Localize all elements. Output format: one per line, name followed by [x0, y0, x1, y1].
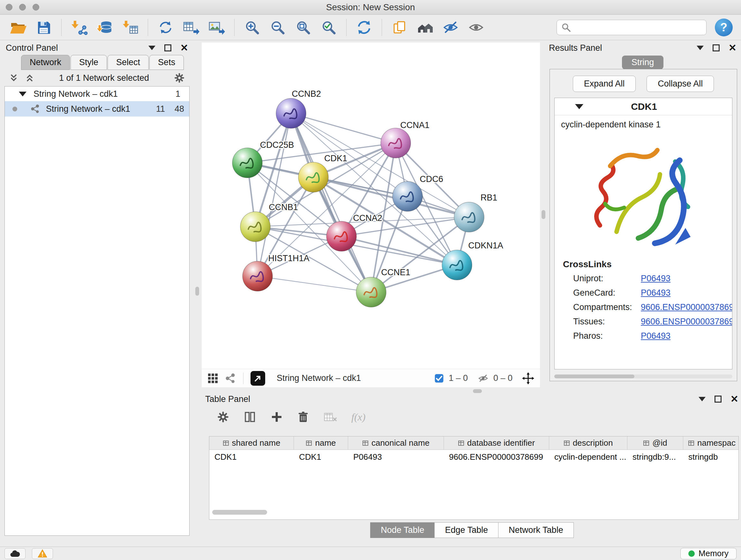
- table-cell[interactable]: cyclin-dependent ...: [549, 452, 627, 462]
- column-header--id[interactable]: @id: [627, 436, 683, 449]
- zoom-in-button[interactable]: [240, 17, 264, 38]
- panel-close-icon[interactable]: ✕: [729, 44, 737, 51]
- table-cell[interactable]: P06493: [348, 452, 444, 462]
- table-cell[interactable]: 9606.ENSP00000378699: [444, 452, 549, 462]
- network-options-gear-icon[interactable]: [174, 72, 185, 84]
- show-all-button[interactable]: [464, 17, 488, 38]
- panel-float-icon[interactable]: [715, 395, 722, 402]
- network-collection-row[interactable]: String Network – cdk1 1: [5, 86, 189, 101]
- column-header-canonical-name[interactable]: canonical name: [348, 436, 444, 449]
- search-input[interactable]: [574, 22, 702, 32]
- zoom-selected-button[interactable]: [317, 17, 340, 38]
- network-node-cdkn1a[interactable]: [442, 250, 472, 280]
- expand-all-networks-icon[interactable]: [25, 73, 35, 83]
- help-button[interactable]: ?: [715, 18, 733, 37]
- network-node-hist1h1a[interactable]: [243, 261, 273, 291]
- panel-menu-icon[interactable]: [698, 397, 705, 401]
- network-node-cdc25b[interactable]: [232, 148, 262, 178]
- table-horizontal-scrollbar[interactable]: [212, 510, 267, 515]
- network-node-ccnb2[interactable]: [276, 98, 306, 128]
- network-node-ccne1[interactable]: [356, 277, 386, 307]
- tab-select[interactable]: Select: [108, 55, 149, 70]
- import-network-file-button[interactable]: [67, 17, 91, 38]
- crosslink-value-link[interactable]: P06493: [641, 331, 732, 341]
- panel-menu-icon[interactable]: [697, 46, 704, 50]
- network-node-cdc6[interactable]: [393, 181, 422, 211]
- network-node-cdk1[interactable]: [298, 162, 328, 192]
- panel-menu-icon[interactable]: [148, 46, 155, 50]
- column-header-database-identifier[interactable]: database identifier: [444, 436, 549, 449]
- memory-button[interactable]: Memory: [680, 548, 737, 559]
- collapse-all-networks-icon[interactable]: [9, 73, 18, 83]
- tab-style[interactable]: Style: [71, 55, 107, 70]
- bottom-splitter-handle[interactable]: [473, 389, 482, 393]
- network-node-ccna1[interactable]: [381, 128, 411, 158]
- network-view-type-icon[interactable]: [225, 373, 236, 384]
- protein-card-header[interactable]: CDK1: [555, 98, 732, 115]
- warnings-button[interactable]: [32, 548, 53, 559]
- import-network-database-button[interactable]: [93, 17, 117, 38]
- panel-float-icon[interactable]: [164, 44, 172, 51]
- table-cell[interactable]: stringdb: [683, 452, 739, 462]
- birdseye-view-button[interactable]: [251, 371, 265, 386]
- zoom-fit-button[interactable]: [291, 17, 315, 38]
- tab-network-table[interactable]: Network Table: [498, 522, 574, 538]
- network-edge-cdk1-rb1[interactable]: [313, 177, 469, 217]
- crosslink-value-link[interactable]: 9606.ENSP00000378699: [641, 302, 732, 312]
- right-splitter-handle[interactable]: [542, 210, 545, 219]
- panel-close-icon[interactable]: ✕: [731, 395, 738, 402]
- apply-layout-button[interactable]: [352, 17, 376, 38]
- table-cell[interactable]: stringdb:9...: [627, 452, 683, 462]
- network-edge-ccnb2-ccne1[interactable]: [291, 113, 371, 292]
- expand-all-button[interactable]: Expand All: [573, 76, 636, 92]
- disclosure-triangle-icon[interactable]: [19, 91, 26, 97]
- panel-float-icon[interactable]: [713, 44, 720, 51]
- network-edge-ccnb2-ccna1[interactable]: [291, 113, 396, 143]
- hide-selected-button[interactable]: [439, 17, 462, 38]
- delete-column-icon[interactable]: [297, 411, 309, 423]
- group-nodes-button[interactable]: [413, 17, 437, 38]
- panel-close-icon[interactable]: ✕: [180, 44, 188, 51]
- crosslink-value-link[interactable]: P06493: [641, 273, 732, 284]
- open-session-button[interactable]: [6, 17, 30, 38]
- results-horizontal-scrollbar[interactable]: [554, 374, 732, 378]
- crosslink-value-link[interactable]: 9606.ENSP00000378699: [641, 317, 732, 327]
- tab-edge-table[interactable]: Edge Table: [434, 522, 498, 538]
- search-box[interactable]: [556, 20, 706, 35]
- tab-string[interactable]: String: [622, 56, 664, 69]
- collapse-section-icon[interactable]: [575, 104, 583, 109]
- network-edge-ccnb2-hist1h1a[interactable]: [258, 113, 291, 276]
- cloud-status-button[interactable]: [4, 548, 25, 559]
- table-cell[interactable]: CDK1: [209, 452, 294, 462]
- table-settings-gear-icon[interactable]: [217, 411, 229, 423]
- grid-view-icon[interactable]: [207, 373, 218, 384]
- show-columns-icon[interactable]: [244, 411, 256, 423]
- collapse-all-button[interactable]: Collapse All: [647, 76, 714, 92]
- duplicate-documents-button[interactable]: [388, 17, 411, 38]
- hidden-eye-icon[interactable]: [477, 373, 489, 383]
- import-table-button[interactable]: [118, 17, 142, 38]
- left-splitter-handle[interactable]: [195, 287, 199, 296]
- export-table-button[interactable]: [179, 17, 203, 38]
- zoom-out-button[interactable]: [266, 17, 289, 38]
- save-session-button[interactable]: [32, 17, 56, 38]
- crosslink-value-link[interactable]: P06493: [641, 288, 732, 298]
- network-node-rb1[interactable]: [454, 202, 484, 232]
- close-window-button[interactable]: [6, 4, 12, 10]
- new-network-from-selection-button[interactable]: [154, 17, 178, 38]
- network-edge-hist1h1a-ccne1[interactable]: [258, 276, 371, 292]
- pan-crosshair-icon[interactable]: [522, 372, 534, 384]
- add-column-icon[interactable]: [270, 411, 283, 423]
- selected-checkbox-icon[interactable]: [434, 373, 444, 383]
- column-header-shared-name[interactable]: shared name: [209, 436, 294, 449]
- table-row[interactable]: CDK1CDK1P064939606.ENSP00000378699cyclin…: [209, 450, 738, 464]
- tab-node-table[interactable]: Node Table: [370, 522, 434, 538]
- network-view-canvas[interactable]: CCNB2CCNA1CDC25BCDK1CDC6RB1CCNB1CCNA2CDK…: [202, 43, 540, 369]
- network-row-selected[interactable]: String Network – cdk1 11 48: [5, 101, 189, 117]
- table-cell[interactable]: CDK1: [294, 452, 348, 462]
- network-node-ccna2[interactable]: [327, 221, 356, 251]
- network-node-ccnb1[interactable]: [240, 212, 270, 242]
- tab-sets[interactable]: Sets: [149, 55, 184, 70]
- export-image-button[interactable]: [205, 17, 228, 38]
- column-header-name[interactable]: name: [294, 436, 348, 449]
